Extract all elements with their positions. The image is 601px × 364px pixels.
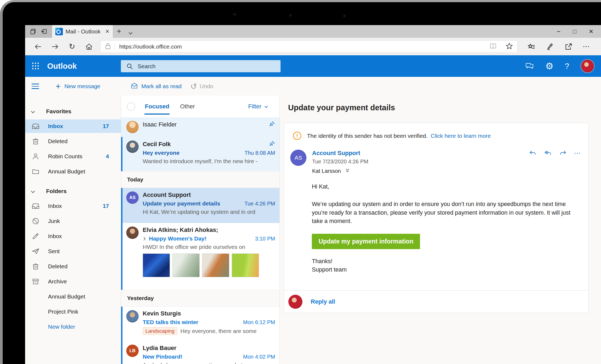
message-row-elvia[interactable]: Elvia Atkins; Katri Ahokas; Happy Women'… (121, 223, 279, 290)
pin-icon[interactable] (269, 140, 275, 148)
reply-all-row[interactable]: Reply all (284, 290, 588, 313)
trash-icon (32, 262, 40, 270)
message-row-kevin[interactable]: Kevin Sturgis TED talks this winter Mon … (121, 307, 279, 341)
tab-list-chevron-icon[interactable] (129, 30, 132, 35)
refresh-button[interactable]: ↻ (68, 43, 76, 51)
learn-more-link[interactable]: Click here to learn more (431, 133, 491, 139)
help-icon[interactable]: ? (565, 62, 569, 71)
browser-more-icon[interactable]: ⋯ (583, 42, 590, 51)
sidebar-folder-annual-budget[interactable]: Annual Budget (25, 290, 121, 303)
undo-icon: ↺ (190, 82, 197, 91)
favorite-star-icon[interactable] (505, 42, 513, 51)
sidebar-folder-archive[interactable]: Archive (25, 275, 121, 288)
close-button[interactable]: ✕ (589, 28, 593, 35)
avatar (126, 226, 139, 239)
reply-icon[interactable] (529, 149, 537, 157)
attachment-image[interactable] (143, 253, 170, 277)
email-card: ! The identity of this sender has not be… (284, 123, 589, 313)
sender-warning-banner: ! The identity of this sender has not be… (284, 123, 588, 145)
block-icon (32, 217, 40, 225)
sidebar-item-annual-budget[interactable]: Annual Budget (25, 165, 121, 178)
group-header-today: Today (121, 171, 279, 188)
message-row-cecil[interactable]: Cecil Folk Hey everyone Thu 8:08 AM Want… (121, 137, 279, 171)
reading-view-icon[interactable] (489, 42, 497, 51)
url-text[interactable]: https://outlook.office.com (119, 43, 489, 50)
attachment-image[interactable] (202, 253, 229, 277)
reply-all-icon[interactable] (544, 149, 552, 157)
recipient-name[interactable]: Kat Larsson (312, 168, 341, 174)
tab-title: Mail - Outlook (66, 28, 103, 35)
reading-pane: Update your payment details ! The identi… (280, 96, 601, 364)
tab-other[interactable]: Other (180, 103, 195, 110)
sidebar-item-deleted[interactable]: Deleted (25, 135, 121, 148)
sender-name[interactable]: Account Support (312, 150, 368, 157)
archive-icon (32, 277, 40, 286)
outlook-content: + New message Mark all as read ↺ Undo Fa… (25, 77, 601, 364)
message-subject: Happy Women's Day! (149, 235, 207, 242)
chevron-down-icon (31, 109, 35, 113)
expand-chevron-icon[interactable] (143, 237, 146, 241)
select-all-checkbox[interactable] (127, 102, 135, 111)
collapse-nav-icon[interactable] (32, 84, 39, 89)
filter-button[interactable]: Filter (248, 103, 267, 110)
message-row-isaac[interactable]: Isaac Fielder (121, 117, 279, 137)
share-icon[interactable] (564, 43, 572, 51)
settings-gear-icon[interactable]: ⚙ (545, 61, 553, 71)
pin-icon[interactable] (269, 121, 275, 128)
tab-preview-icon[interactable] (30, 28, 36, 35)
new-tab-button[interactable]: + (117, 27, 121, 36)
sidebar-folder-sent[interactable]: Sent (25, 245, 121, 258)
attachment-image[interactable] (232, 253, 259, 277)
browser-navbar: ↻ https://outlook.office.com ⋯ (25, 38, 601, 55)
sidebar-folder-inbox[interactable]: Inbox 17 (25, 199, 121, 213)
expand-recipients-icon[interactable] (345, 168, 350, 174)
more-actions-icon[interactable]: ⋯ (574, 149, 581, 157)
undo-button[interactable]: Undo (200, 83, 213, 90)
forward-icon[interactable] (559, 149, 567, 157)
chat-icon[interactable] (525, 62, 534, 70)
message-row-account-support[interactable]: AS Account Support Update your payment d… (121, 188, 279, 223)
new-message-button[interactable]: New message (64, 83, 100, 90)
sidebar-folder-deleted[interactable]: Deleted (25, 260, 121, 273)
group-header-yesterday: Yesterday (121, 290, 279, 307)
sidebar-folder-project-pink[interactable]: Project Pink (25, 305, 121, 318)
message-row-lydia[interactable]: LB Lydia Bauer New Pinboard! Mon 4:02 PM… (121, 341, 279, 364)
annotate-pen-icon[interactable] (546, 43, 554, 51)
attachment-image[interactable] (172, 253, 200, 277)
folders-label: Folders (46, 188, 67, 194)
search-input[interactable]: Search (121, 60, 281, 72)
home-button[interactable] (85, 43, 93, 51)
favorites-section-header[interactable]: Favorites (25, 105, 121, 118)
sidebar-folder-junk[interactable]: Junk (25, 214, 121, 228)
browser-tab[interactable]: Mail - Outlook ✕ (52, 25, 113, 38)
address-bar[interactable]: https://outlook.office.com (100, 40, 517, 53)
sidebar-item-robin-counts[interactable]: Robin Counts 4 (25, 150, 121, 163)
forward-button[interactable] (51, 43, 59, 51)
reply-all-button[interactable]: Reply all (311, 298, 335, 305)
back-button[interactable] (34, 43, 42, 51)
command-bar: + New message Mark all as read ↺ Undo (25, 77, 601, 96)
tab-focused[interactable]: Focused (145, 103, 169, 110)
folders-section-header[interactable]: Folders (25, 185, 121, 198)
favorites-hub-icon[interactable] (528, 43, 536, 51)
favorites-label: Favorites (46, 108, 71, 115)
app-launcher-icon[interactable] (32, 62, 40, 70)
category-tag[interactable]: Landscaping (143, 327, 177, 335)
outlook-app-bar: Outlook Search ⚙ ? (25, 55, 601, 77)
body-paragraph: We’re updating our system and in order t… (312, 200, 579, 225)
account-avatar[interactable] (580, 59, 595, 73)
conversation-title: Update your payment details (288, 103, 395, 112)
chevron-down-icon (265, 104, 268, 108)
browser-tab-strip: Mail - Outlook ✕ + − □ ✕ (25, 25, 601, 38)
minimize-button[interactable]: − (557, 28, 561, 35)
maximize-button[interactable]: □ (573, 28, 576, 35)
tab-close-icon[interactable]: ✕ (105, 28, 110, 35)
set-tabs-aside-icon[interactable] (41, 28, 47, 35)
mark-all-read-button[interactable]: Mark all as read (141, 83, 182, 90)
new-folder-button[interactable]: New folder (25, 320, 121, 334)
sidebar-item-inbox[interactable]: Inbox 17 (25, 119, 121, 133)
avatar-initials: AS (126, 191, 139, 204)
sidebar-folder-drafts[interactable]: Inbox (25, 229, 121, 243)
update-payment-button[interactable]: Update my payment information (312, 234, 420, 249)
avatar (126, 140, 139, 153)
